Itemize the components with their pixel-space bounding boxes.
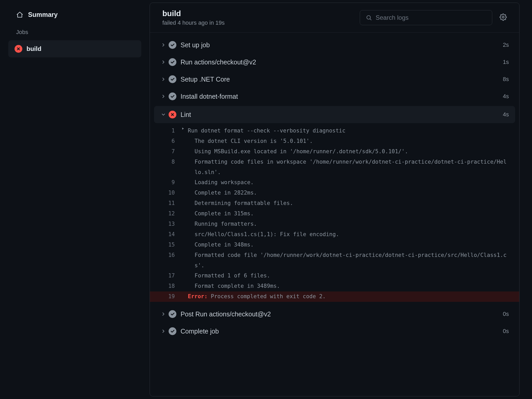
log-line-number: 16 [150,250,181,261]
chevron-down-icon [158,112,169,117]
chevron-right-icon [158,329,169,334]
check-circle-icon [169,41,176,49]
step-name: Setup .NET Core [181,76,503,83]
sidebar-jobs-heading: Jobs [8,21,141,40]
log-error-label: Error: [188,293,208,300]
log-line: 13Running formatters. [150,219,519,229]
log-line: 1Run dotnet format --check --verbosity d… [150,126,519,136]
caret-placeholder [181,136,188,137]
chevron-right-icon [158,59,169,65]
check-circle-icon [169,310,176,318]
log-line-number: 19 [150,291,181,302]
log-text: Using MSBuild.exe located in '/home/runn… [188,147,509,157]
caret-placeholder [181,271,188,272]
sidebar-job-label: build [26,45,41,52]
x-circle-icon [169,111,176,118]
log-line: 11Determining formattable files. [150,198,519,209]
x-circle-icon [15,45,22,53]
caret-placeholder [181,177,188,178]
caret-placeholder [181,219,188,220]
log-line: 14src/Hello/Class1.cs(1,1): Fix file enc… [150,229,519,240]
step-row[interactable]: Set up job2s [150,36,519,54]
log-line: 6The dotnet CLI version is '5.0.101'. [150,136,519,147]
caret-placeholder [181,147,188,148]
log-line: 17Formatted 1 of 6 files. [150,271,519,281]
step-name: Install dotnet-format [181,93,503,100]
check-circle-icon [169,327,176,335]
sidebar-item-summary[interactable]: Summary [8,8,141,21]
caret-placeholder [181,281,188,282]
chevron-right-icon [158,77,169,82]
caret-placeholder [181,240,188,241]
step-row[interactable]: Complete job0s [150,323,519,340]
step-row[interactable]: Install dotnet-format4s [150,88,519,105]
sidebar: Summary Jobs build [0,0,150,399]
steps-list: Set up job2sRun actions/checkout@v21sSet… [150,33,519,396]
header: build failed 4 hours ago in 19s [150,3,519,33]
log-line-number: 18 [150,281,181,291]
step-duration: 1s [503,59,509,65]
page-subtitle: failed 4 hours ago in 19s [162,19,360,26]
log-line: 12Complete in 315ms. [150,209,519,219]
log-text: Formatting code files in workspace '/hom… [188,157,509,178]
caret-placeholder [181,209,188,210]
step-row[interactable]: Run actions/checkout@v21s [150,54,519,71]
sidebar-item-build[interactable]: build [8,40,141,57]
step-row[interactable]: Lint4s [154,106,515,123]
log-line: 18Format complete in 3489ms. [150,281,519,291]
settings-button[interactable] [500,14,507,22]
caret-placeholder [181,157,188,158]
log-line-number: 9 [150,177,181,188]
log-text: Complete in 348ms. [188,240,509,250]
log-text: Loading workspace. [188,177,509,188]
log-line-number: 7 [150,147,181,157]
log-text: Run dotnet format --check --verbosity di… [188,126,509,136]
log-line: 8Formatting code files in workspace '/ho… [150,157,519,178]
log-text: Formatted 1 of 6 files. [188,271,509,281]
home-icon [16,11,23,18]
log-line: 19Error: Process completed with exit cod… [150,291,519,302]
chevron-right-icon [158,42,169,48]
search-box[interactable] [360,10,492,25]
search-icon [366,15,372,21]
caret-placeholder [181,198,188,199]
step-duration: 4s [503,111,509,118]
log-line-number: 8 [150,157,181,167]
step-name: Lint [181,111,503,118]
log-text: Format complete in 3489ms. [188,281,509,291]
log-line-number: 15 [150,240,181,250]
search-input[interactable] [376,14,486,21]
log-line-number: 13 [150,219,181,229]
caret-right-icon[interactable] [181,126,188,130]
log-text: Error: Process completed with exit code … [188,291,509,302]
step-duration: 2s [503,42,509,48]
step-name: Set up job [181,41,503,49]
log-line-number: 14 [150,229,181,240]
step-duration: 0s [503,328,509,335]
step-row[interactable]: Post Run actions/checkout@v20s [150,305,519,323]
log-line: 9Loading workspace. [150,177,519,188]
caret-placeholder [181,229,188,230]
chevron-right-icon [158,94,169,99]
log-line: 7Using MSBuild.exe located in '/home/run… [150,147,519,157]
log-line-number: 10 [150,188,181,198]
log-line: 10Complete in 2822ms. [150,188,519,198]
step-duration: 4s [503,93,509,100]
caret-placeholder [181,188,188,189]
check-circle-icon [169,75,176,83]
step-duration: 0s [503,311,509,317]
log-line: 16Formatted code file '/home/runner/work… [150,250,519,271]
log-text: The dotnet CLI version is '5.0.101'. [188,136,509,147]
step-name: Complete job [181,328,503,335]
log-line-number: 1 [150,126,181,136]
gear-icon [500,16,507,22]
log-line-number: 11 [150,198,181,209]
log-text: Formatted code file '/home/runner/work/d… [188,250,509,271]
log-text: Determining formattable files. [188,198,509,209]
check-circle-icon [169,58,176,66]
step-row[interactable]: Setup .NET Core8s [150,71,519,88]
step-name: Run actions/checkout@v2 [181,58,503,66]
log-line-number: 6 [150,136,181,147]
caret-placeholder [181,250,188,251]
log-block: 1Run dotnet format --check --verbosity d… [150,123,519,305]
